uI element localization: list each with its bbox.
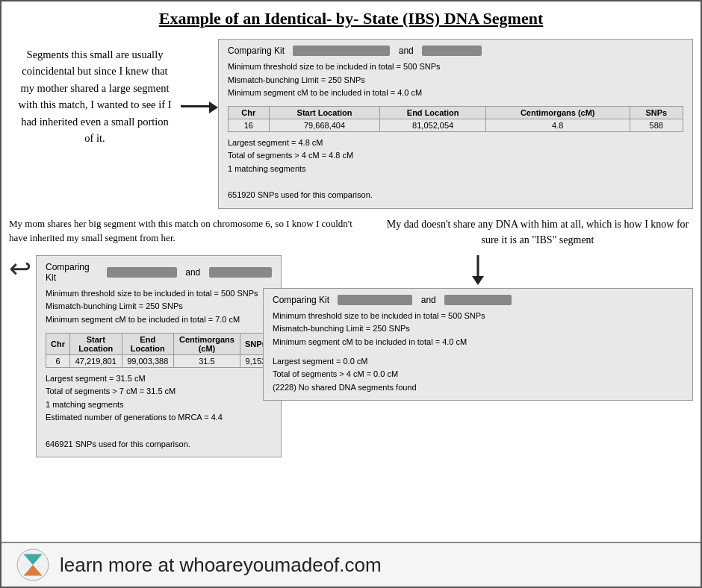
down-arrow-container [263,255,693,285]
bl-total: Total of segments > 7 cM = 31.5 cM [46,385,272,398]
top-matching: 1 matching segments [228,163,683,176]
footer: learn more at whoareyoumadeof.com [1,542,701,587]
top-row-chr: 16 [229,119,270,131]
top-total: Total of segments > 4 cM = 4.8 cM [228,149,683,163]
bottom-left-dna-card: Comparing Kit and Minimum threshold size… [36,255,282,457]
left-text-block: Segments this small are usually coincide… [9,39,181,147]
br-comparing-label: Comparing Kit [273,295,329,305]
mid-left-desc: My mom shares her big segment with this … [9,216,367,245]
bl-col-end: End Location [122,333,173,354]
top-col-cm: Centimorgans (cM) [485,106,630,119]
top-and-label: and [399,46,414,56]
bl-largest: Largest segment = 31.5 cM [46,372,272,386]
top-dna-card: Comparing Kit and Minimum threshold size… [218,39,693,209]
top-largest: Largest segment = 4.8 cM [228,137,683,150]
top-kit-bar2 [422,46,482,56]
mid-left: My mom shares her big segment with this … [9,216,367,250]
top-summary: Largest segment = 4.8 cM Total of segmen… [228,137,683,202]
top-kit-header: Comparing Kit and [228,46,683,56]
top-row-end: 81,052,054 [380,119,485,131]
bl-summary: Largest segment = 31.5 cM Total of segme… [46,372,272,451]
bl-estimated: Estimated number of generations to MRCA … [46,411,272,425]
top-min-threshold: Minimum threshold size to be included in… [228,60,683,74]
table-row: 16 79,668,404 81,052,054 4.8 588 [229,119,683,131]
arrow-right-container [181,39,218,113]
bl-min-threshold: Minimum threshold size to be included in… [46,287,272,301]
down-arrow-icon [470,255,485,285]
top-snps-used: 651920 SNPs used for this comparison. [228,189,683,202]
bl-snps-used: 646921 SNPs used for this comparison. [46,438,272,451]
bl-row-chr: 6 [46,354,70,367]
top-min-segment: Minimum segment cM to be included in tot… [228,87,683,100]
top-row-cm: 4.8 [485,119,630,131]
bl-dna-table: Chr Start Location End Location Centimor… [46,333,272,368]
table-row: 6 47,219,801 99,003,388 31.5 9,153 [46,354,272,367]
bl-col-start: Start Location [69,333,122,354]
br-mismatch: Mismatch-bunching Limit = 250 SNPs [273,322,683,336]
left-text: Segments this small are usually coincide… [19,49,172,144]
footer-text: learn more at whoareyoumadeof.com [60,554,382,577]
top-comparing-label: Comparing Kit [228,46,285,56]
br-total: Total of segments > 4 cM = 0.0 cM [273,368,683,381]
br-min-segment: Minimum segment cM to be included in tot… [273,336,683,349]
bottom-right-card: Comparing Kit and Minimum threshold size… [263,255,693,401]
bl-row-cm: 31.5 [173,354,240,367]
middle-section: My mom shares her big segment with this … [9,216,693,252]
bl-kit-header: Comparing Kit and [46,262,272,283]
br-kit-header: Comparing Kit and [273,295,683,305]
bottom-section: ↩ Comparing Kit and Minimum threshold si… [9,255,693,457]
top-col-start: Start Location [269,106,380,119]
bl-col-chr: Chr [46,333,70,354]
bottom-left-card: ↩ Comparing Kit and Minimum threshold si… [9,255,248,457]
br-settings: Minimum threshold size to be included in… [273,310,683,349]
mid-right: My dad doesn't share any DNA with him at… [382,216,693,252]
mid-right-desc: My dad doesn't share any DNA with him at… [382,216,693,248]
main-container: Example of an Identical- by- State (IBS)… [0,0,702,588]
br-kit-bar2 [444,295,512,305]
bl-min-segment: Minimum segment cM to be included in tot… [46,313,272,327]
top-kit-bar1 [293,46,390,56]
top-col-snps: SNPs [630,106,683,119]
top-mismatch: Mismatch-bunching Limit = 250 SNPs [228,74,683,87]
top-dna-table: Chr Start Location End Location Centimor… [228,106,683,132]
footer-logo-icon [16,548,49,581]
br-summary: Largest segment = 0.0 cM Total of segmen… [273,355,683,395]
right-arrow-icon [181,98,218,113]
top-settings: Minimum threshold size to be included in… [228,60,683,100]
bl-and-label: and [185,267,200,278]
bl-col-cm: Centimorgans (cM) [173,333,240,354]
top-col-end: End Location [380,106,485,119]
top-col-chr: Chr [229,106,270,119]
br-no-shared: (2228) No shared DNA segments found [273,381,683,395]
svg-marker-1 [472,276,484,285]
bl-kit-bar1 [107,267,176,278]
bl-settings: Minimum threshold size to be included in… [46,287,272,327]
top-section: Segments this small are usually coincide… [9,39,693,209]
top-row-start: 79,668,404 [269,119,380,131]
bl-row-start: 47,219,801 [69,354,122,367]
bl-row-end: 99,003,388 [122,354,173,367]
br-dna-card: Comparing Kit and Minimum threshold size… [263,288,693,401]
bl-matching: 1 matching segments [46,398,272,412]
br-and-label: and [421,295,436,305]
br-min-threshold: Minimum threshold size to be included in… [273,310,683,323]
page-title: Example of an Identical- by- State (IBS)… [9,9,693,28]
bl-mismatch: Mismatch-bunching Limit = 250 SNPs [46,300,272,313]
br-kit-bar1 [338,295,412,305]
curved-arrow-icon: ↩ [9,255,31,282]
top-row-snps: 588 [630,119,683,131]
bl-comparing-label: Comparing Kit [46,262,99,283]
br-largest: Largest segment = 0.0 cM [273,355,683,369]
